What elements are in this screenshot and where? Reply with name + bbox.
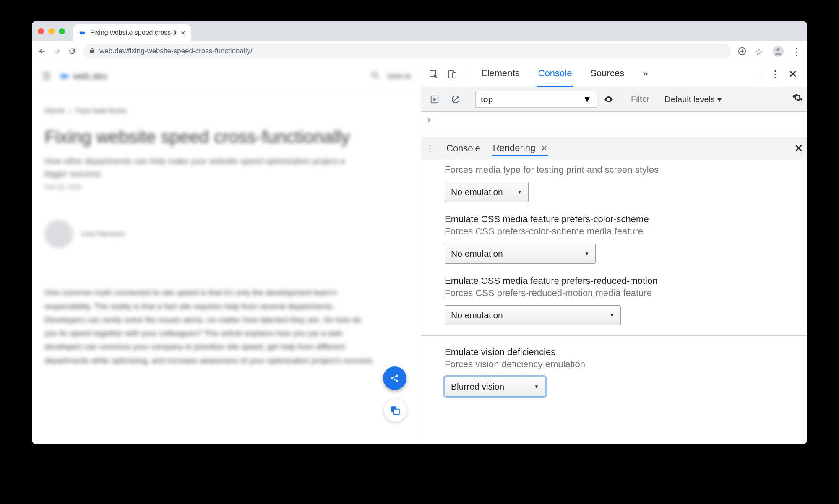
- device-toggle-icon[interactable]: [443, 69, 461, 79]
- prm-value: No emulation: [451, 310, 503, 320]
- forward-button[interactable]: [53, 47, 61, 55]
- svg-rect-11: [453, 73, 456, 78]
- prm-select[interactable]: No emulation ▼: [445, 305, 621, 325]
- console-filter-input[interactable]: [628, 94, 662, 104]
- article-body: One common myth connected to site speed …: [44, 286, 376, 367]
- devtools-menu-icon[interactable]: ⋮: [770, 68, 780, 80]
- chevron-down-icon: ▼: [610, 312, 615, 318]
- section-vision-deficiencies: Emulate vision deficiencies Forces visio…: [421, 335, 807, 404]
- tab-title: Fixing website speed cross-fu: [90, 29, 176, 36]
- translate-fab[interactable]: [384, 399, 406, 422]
- drawer-menu-icon[interactable]: ⋮: [425, 143, 435, 154]
- vision-value: Blurred vision: [451, 382, 504, 392]
- section-prefers-color-scheme: Emulate CSS media feature prefers-color-…: [421, 210, 807, 271]
- chevron-down-icon: ▼: [517, 189, 522, 195]
- chevron-down-icon: ▼: [583, 94, 591, 104]
- content-area: ☰ web.dev SIGN IN Home › Fast: [32, 61, 807, 444]
- tab-overflow-icon[interactable]: »: [641, 61, 649, 87]
- browser-window: Fixing website speed cross-fu ✕ + web.de…: [32, 21, 807, 444]
- console-toolbar: top ▼ Default levels ▾: [421, 87, 807, 112]
- tab-console[interactable]: Console: [537, 61, 574, 87]
- devtools-close-icon[interactable]: ✕: [789, 68, 797, 80]
- drawer-tab-close-icon[interactable]: ✕: [541, 144, 547, 153]
- drawer-tabstrip: ⋮ Console Rendering ✕ ✕: [421, 137, 807, 160]
- section-media-type: Forces media type for testing print and …: [421, 160, 807, 210]
- profile-avatar[interactable]: [773, 46, 784, 57]
- navbar: web.dev/fixing-website-speed-cross-funct…: [32, 41, 807, 61]
- svg-point-1: [776, 48, 779, 51]
- devtools-header: Elements Console Sources » ⋮ ✕: [421, 61, 807, 87]
- prm-title: Emulate CSS media feature prefers-reduce…: [445, 275, 791, 286]
- window-controls: [38, 28, 65, 34]
- author-avatar: [44, 220, 73, 248]
- install-icon[interactable]: [737, 47, 747, 56]
- lock-icon: [89, 47, 95, 55]
- crumb-home[interactable]: Home: [44, 107, 65, 115]
- pcs-desc: Forces CSS prefers-color-scheme media fe…: [445, 226, 791, 237]
- page-viewport: ☰ web.dev SIGN IN Home › Fast: [32, 61, 421, 444]
- close-window-button[interactable]: [38, 28, 44, 34]
- svg-rect-8: [394, 409, 399, 415]
- drawer-tab-rendering[interactable]: Rendering ✕: [492, 141, 549, 156]
- search-icon[interactable]: [370, 70, 380, 82]
- context-value: top: [481, 94, 493, 104]
- pcs-select[interactable]: No emulation ▼: [445, 244, 596, 264]
- star-icon[interactable]: ☆: [755, 47, 764, 56]
- breadcrumb: Home › Fast load times: [44, 107, 408, 115]
- maximize-window-button[interactable]: [59, 28, 65, 34]
- drawer-tab-rendering-label: Rendering: [493, 143, 536, 153]
- execution-context-select[interactable]: top ▼: [475, 91, 597, 108]
- overflow-menu-icon[interactable]: ⋮: [792, 47, 801, 56]
- author-name: Lina Hansson: [81, 230, 125, 238]
- tab-elements[interactable]: Elements: [479, 61, 521, 87]
- live-expression-icon[interactable]: [599, 94, 618, 104]
- reload-button[interactable]: [68, 47, 76, 55]
- crumb-category[interactable]: Fast load times: [76, 107, 127, 115]
- execute-icon[interactable]: [425, 95, 444, 104]
- console-settings-icon[interactable]: [792, 92, 803, 106]
- article-title: Fixing website speed cross-functionally: [44, 127, 408, 147]
- address-bar[interactable]: web.dev/fixing-website-speed-cross-funct…: [83, 44, 731, 58]
- chevron-down-icon: ▼: [584, 251, 589, 257]
- vision-title: Emulate vision deficiencies: [445, 347, 791, 358]
- console-output[interactable]: ›: [421, 112, 807, 137]
- logo-icon: [59, 71, 70, 82]
- svg-line-3: [376, 76, 379, 78]
- back-button[interactable]: [38, 47, 46, 55]
- minimize-window-button[interactable]: [48, 28, 55, 34]
- signin-link[interactable]: SIGN IN: [387, 73, 411, 80]
- share-fab[interactable]: [383, 366, 406, 390]
- vision-desc: Forces vision deficiency emulation: [445, 359, 791, 370]
- article-subtitle: How other departments can help make your…: [44, 155, 347, 180]
- clear-console-icon[interactable]: [446, 95, 465, 104]
- svg-line-14: [453, 97, 458, 101]
- drawer-close-icon[interactable]: ✕: [795, 143, 803, 154]
- devtools-panel: Elements Console Sources » ⋮ ✕: [421, 61, 807, 444]
- svg-point-15: [608, 99, 610, 100]
- pcs-value: No emulation: [451, 249, 503, 259]
- log-levels-select[interactable]: Default levels ▾: [664, 94, 722, 104]
- new-tab-button[interactable]: +: [195, 26, 207, 36]
- console-prompt: ›: [428, 114, 431, 124]
- inspect-icon[interactable]: [425, 69, 443, 79]
- media-type-desc: Forces media type for testing print and …: [445, 164, 791, 175]
- drawer-tab-console[interactable]: Console: [446, 141, 481, 156]
- tabstrip: Fixing website speed cross-fu ✕ +: [32, 21, 807, 41]
- pcs-title: Emulate CSS media feature prefers-color-…: [445, 214, 791, 225]
- site-header: ☰ web.dev SIGN IN: [32, 61, 421, 91]
- brand-text: web.dev: [73, 71, 107, 82]
- url-text: web.dev/fixing-website-speed-cross-funct…: [99, 47, 253, 55]
- rendering-panel: Forces media type for testing print and …: [421, 160, 807, 444]
- menu-icon[interactable]: ☰: [42, 70, 51, 82]
- media-type-select[interactable]: No emulation ▼: [445, 182, 529, 202]
- section-prefers-reduced-motion: Emulate CSS media feature prefers-reduce…: [421, 271, 807, 333]
- prm-desc: Forces CSS prefers-reduced-motion media …: [445, 288, 791, 299]
- site-brand[interactable]: web.dev: [59, 71, 107, 82]
- browser-tab[interactable]: Fixing website speed cross-fu ✕: [73, 24, 191, 41]
- svg-point-2: [372, 72, 377, 76]
- close-tab-icon[interactable]: ✕: [180, 29, 186, 37]
- author-row: Lina Hansson: [44, 220, 408, 248]
- tab-sources[interactable]: Sources: [589, 61, 626, 87]
- vision-select[interactable]: Blurred vision ▼: [445, 377, 545, 397]
- toolbar-right: ☆ ⋮: [737, 46, 801, 57]
